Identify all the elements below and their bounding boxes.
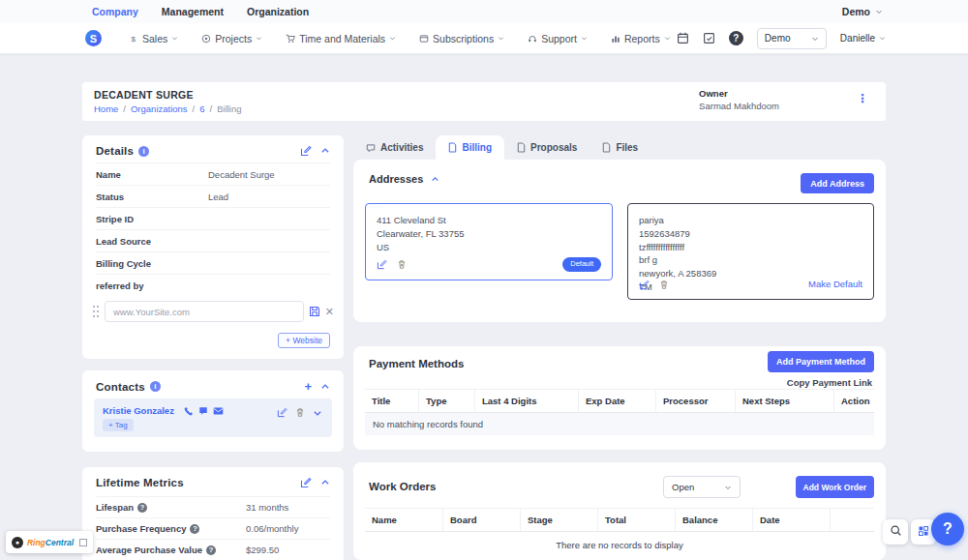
trash-icon[interactable] bbox=[295, 407, 305, 418]
save-icon[interactable] bbox=[309, 306, 320, 317]
workspace-select-value: Demo bbox=[765, 33, 791, 44]
add-payment-method-button[interactable]: Add Payment Method bbox=[768, 351, 874, 372]
field-value: Lead bbox=[208, 192, 228, 202]
top-tab-management[interactable]: Management bbox=[162, 6, 224, 17]
column-header[interactable]: Type bbox=[418, 390, 474, 412]
detail-row: NameDecadent Surge bbox=[96, 162, 330, 185]
chevron-up-icon[interactable] bbox=[320, 382, 330, 392]
column-header[interactable]: Next Steps bbox=[735, 390, 833, 412]
column-header[interactable]: Last 4 Digits bbox=[474, 390, 578, 412]
chevron-down-icon[interactable] bbox=[313, 408, 322, 418]
column-header[interactable]: Stage bbox=[520, 509, 597, 531]
help-tooltip-icon[interactable]: ? bbox=[206, 545, 216, 555]
edit-icon[interactable] bbox=[277, 407, 287, 418]
work-orders-filter-select[interactable]: Open bbox=[663, 476, 741, 498]
nav-menu-time-materials[interactable]: Time and Materials bbox=[286, 33, 396, 44]
column-header[interactable]: Title bbox=[365, 390, 418, 412]
help-tooltip-icon[interactable]: ? bbox=[137, 503, 147, 513]
website-input[interactable] bbox=[105, 301, 304, 322]
workspace-select[interactable]: Demo bbox=[757, 28, 827, 49]
column-header[interactable]: Processor bbox=[655, 390, 735, 412]
page-title: DECADENT SURGE bbox=[94, 89, 194, 101]
edit-icon[interactable] bbox=[300, 145, 312, 157]
kebab-menu-icon[interactable]: ⋮ bbox=[857, 92, 868, 105]
grid-icon bbox=[918, 523, 929, 541]
breadcrumb: Home / Organizations / 6 / Billing bbox=[94, 103, 242, 114]
column-header[interactable]: Action bbox=[833, 390, 874, 412]
edit-icon[interactable] bbox=[300, 477, 312, 488]
drag-handle-icon[interactable] bbox=[92, 305, 100, 318]
column-header[interactable]: Board bbox=[442, 509, 520, 531]
env-menu[interactable]: Demo bbox=[842, 6, 883, 17]
phone-icon[interactable] bbox=[184, 406, 194, 416]
calendar-icon[interactable] bbox=[677, 32, 689, 44]
copy-payment-link[interactable]: Copy Payment Link bbox=[787, 377, 872, 388]
breadcrumb-id[interactable]: 6 bbox=[199, 103, 204, 114]
checkbox-icon[interactable] bbox=[79, 539, 87, 546]
chevron-down-icon bbox=[875, 8, 883, 15]
chat-icon[interactable] bbox=[198, 406, 208, 416]
make-default-link[interactable]: Make Default bbox=[808, 278, 862, 291]
chevron-down-icon bbox=[811, 35, 819, 43]
trash-icon[interactable] bbox=[397, 259, 407, 270]
app-logo[interactable]: S bbox=[85, 30, 102, 46]
contact-name-link[interactable]: Kristie Gonzalez bbox=[103, 405, 174, 416]
nav-menu-label: Time and Materials bbox=[299, 33, 385, 44]
breadcrumb-organizations[interactable]: Organizations bbox=[131, 103, 188, 114]
metric-row: Purchase Frequency? 0.06/monthly bbox=[96, 517, 330, 539]
nav-right: ? Demo Danielle bbox=[677, 28, 886, 49]
task-calendar-icon[interactable] bbox=[703, 32, 715, 44]
metrics-rows: Lifespan? 31 months Purchase Frequency? … bbox=[96, 496, 330, 560]
address-line: pariya bbox=[639, 214, 862, 227]
column-header[interactable]: Date bbox=[752, 509, 830, 531]
owner-name: Sarmad Makhdoom bbox=[699, 101, 779, 111]
target-icon bbox=[201, 34, 211, 44]
edit-icon[interactable] bbox=[377, 259, 387, 270]
ringcentral-widget[interactable]: ● RingCentral bbox=[6, 531, 93, 553]
page-header: DECADENT SURGE Home / Organizations / 6 … bbox=[82, 82, 886, 121]
comment-icon bbox=[366, 143, 376, 153]
nav-menu-reports[interactable]: Reports bbox=[611, 33, 671, 44]
tab-activities[interactable]: Activities bbox=[353, 135, 436, 160]
field-label: Billing Cycle bbox=[96, 258, 208, 269]
user-menu[interactable]: Danielle bbox=[840, 33, 886, 44]
chevron-up-icon[interactable] bbox=[320, 478, 330, 487]
add-address-button[interactable]: Add Address bbox=[801, 173, 874, 193]
help-tooltip-icon[interactable]: ? bbox=[190, 524, 199, 534]
trash-icon[interactable] bbox=[659, 280, 669, 290]
nav-menu-sales[interactable]: $ Sales bbox=[129, 33, 178, 44]
breadcrumb-home[interactable]: Home bbox=[94, 103, 118, 114]
details-title: Details bbox=[96, 145, 134, 157]
nav-menu-subscriptions[interactable]: Subscriptions bbox=[419, 33, 504, 44]
column-header[interactable]: Total bbox=[597, 509, 675, 531]
chevron-up-icon[interactable] bbox=[320, 146, 330, 156]
payment-methods-card: Payment Methods Add Payment Method Copy … bbox=[353, 346, 886, 450]
breadcrumb-separator: / bbox=[193, 103, 196, 114]
dollar-icon: $ bbox=[129, 34, 138, 44]
address-line: 411 Cleveland St bbox=[377, 214, 601, 227]
help-fab-button[interactable]: ? bbox=[931, 513, 964, 545]
info-icon[interactable]: i bbox=[150, 381, 161, 392]
add-work-order-button[interactable]: Add Work Order bbox=[796, 476, 875, 498]
top-tab-company[interactable]: Company bbox=[92, 6, 138, 17]
info-icon[interactable]: i bbox=[138, 146, 149, 157]
edit-icon[interactable] bbox=[639, 280, 650, 290]
column-header[interactable]: Exp Date bbox=[578, 390, 655, 412]
column-header[interactable]: Name bbox=[365, 509, 442, 531]
mail-icon[interactable] bbox=[213, 406, 224, 416]
top-tab-organization[interactable]: Organization bbox=[247, 6, 309, 17]
nav-menu-support[interactable]: Support bbox=[528, 33, 588, 44]
add-website-button[interactable]: + Website bbox=[278, 333, 330, 348]
add-contact-icon[interactable]: + bbox=[304, 380, 312, 393]
svg-text:$: $ bbox=[132, 35, 136, 44]
search-button[interactable] bbox=[883, 519, 908, 545]
tab-files[interactable]: Files bbox=[590, 135, 650, 160]
help-icon[interactable]: ? bbox=[729, 31, 743, 45]
nav-menu-projects[interactable]: Projects bbox=[201, 33, 262, 44]
chevron-up-icon[interactable] bbox=[431, 175, 439, 184]
close-icon[interactable]: ✕ bbox=[325, 307, 334, 317]
tab-proposals[interactable]: Proposals bbox=[504, 135, 590, 160]
tab-billing[interactable]: Billing bbox=[436, 135, 504, 160]
column-header[interactable]: Balance bbox=[675, 509, 752, 531]
add-tag-button[interactable]: + Tag bbox=[103, 419, 134, 431]
